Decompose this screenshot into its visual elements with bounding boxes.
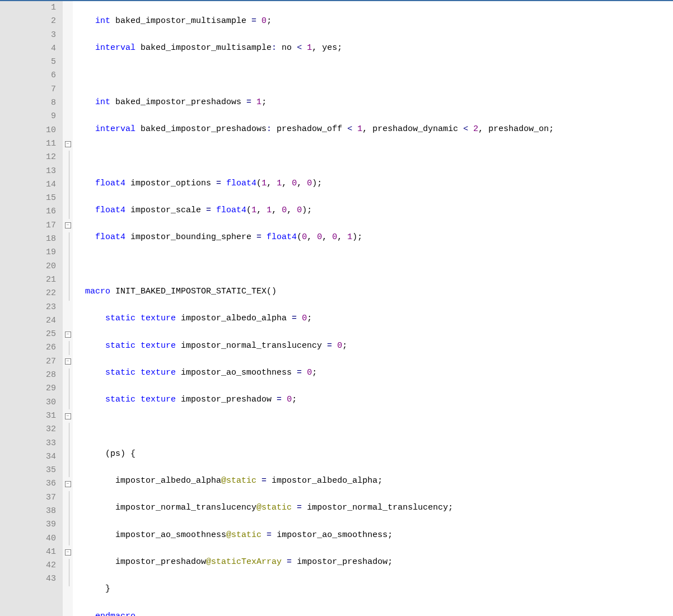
- line-number: 41: [13, 545, 56, 559]
- line-number: 6: [13, 69, 56, 82]
- code-area[interactable]: int baked_impostor_multisample = 0; inte…: [73, 1, 673, 616]
- line-number: 1: [13, 1, 56, 15]
- line-number: 29: [13, 382, 56, 395]
- line-number: 13: [13, 165, 56, 178]
- line-number: 16: [13, 205, 56, 218]
- line-number: 24: [13, 314, 56, 328]
- line-number: 27: [13, 355, 56, 368]
- line-number: 43: [13, 572, 56, 586]
- line-number: 39: [13, 518, 56, 531]
- fold-gutter: − − − − − − −: [63, 1, 73, 616]
- margin-bar: [0, 1, 13, 616]
- line-number: 9: [13, 110, 56, 123]
- fold-toggle[interactable]: −: [63, 409, 73, 423]
- line-number: 42: [13, 559, 56, 572]
- line-number-gutter: 1 2 3 4 5 6 7 8 9 10 11 12 13 14 15 16 1…: [13, 1, 63, 616]
- fold-toggle[interactable]: −: [63, 545, 73, 559]
- line-number: 30: [13, 396, 56, 409]
- fold-toggle[interactable]: −: [63, 328, 73, 341]
- line-number: 40: [13, 532, 56, 545]
- line-number: 36: [13, 477, 56, 491]
- op: =: [251, 16, 256, 26]
- line-number: 35: [13, 464, 56, 477]
- line-number: 8: [13, 96, 56, 110]
- line-number: 20: [13, 260, 56, 273]
- keyword-macro: macro: [85, 287, 110, 296]
- fold-toggle[interactable]: −: [63, 219, 73, 232]
- line-number: 10: [13, 124, 56, 137]
- line-number: 22: [13, 287, 56, 300]
- line-number: 12: [13, 151, 56, 164]
- line-number: 28: [13, 368, 56, 382]
- keyword-endmacro: endmacro: [95, 612, 135, 616]
- code-editor: 1 2 3 4 5 6 7 8 9 10 11 12 13 14 15 16 1…: [0, 0, 673, 616]
- line-number: 38: [13, 505, 56, 518]
- line-number: 17: [13, 219, 56, 232]
- line-number: 21: [13, 273, 56, 287]
- keyword-int: int: [95, 16, 110, 26]
- number: 0: [261, 16, 267, 26]
- line-number: 11: [13, 137, 56, 151]
- line-number: 19: [13, 246, 56, 259]
- identifier: baked_impostor_multisample: [110, 16, 251, 26]
- line-number: 14: [13, 178, 56, 192]
- line-number: 33: [13, 437, 56, 450]
- line-number: 25: [13, 328, 56, 341]
- fold-toggle[interactable]: −: [63, 477, 73, 491]
- line-number: 3: [13, 29, 56, 42]
- line-number: 2: [13, 15, 56, 28]
- keyword-interval: interval: [95, 43, 135, 53]
- line-number: 31: [13, 409, 56, 423]
- fold-toggle[interactable]: −: [63, 355, 73, 368]
- line-number: 4: [13, 42, 56, 55]
- fold-toggle[interactable]: −: [63, 137, 73, 151]
- line-number: 26: [13, 341, 56, 354]
- macro-name: INIT_BAKED_IMPOSTOR_STATIC_TEX: [115, 287, 267, 296]
- line-number: 15: [13, 192, 56, 205]
- line-number: 23: [13, 301, 56, 314]
- line-number: 18: [13, 232, 56, 246]
- line-number: 5: [13, 55, 56, 69]
- line-number: 34: [13, 450, 56, 464]
- line-number: 37: [13, 491, 56, 505]
- line-number: 32: [13, 423, 56, 436]
- line-number: 7: [13, 83, 56, 96]
